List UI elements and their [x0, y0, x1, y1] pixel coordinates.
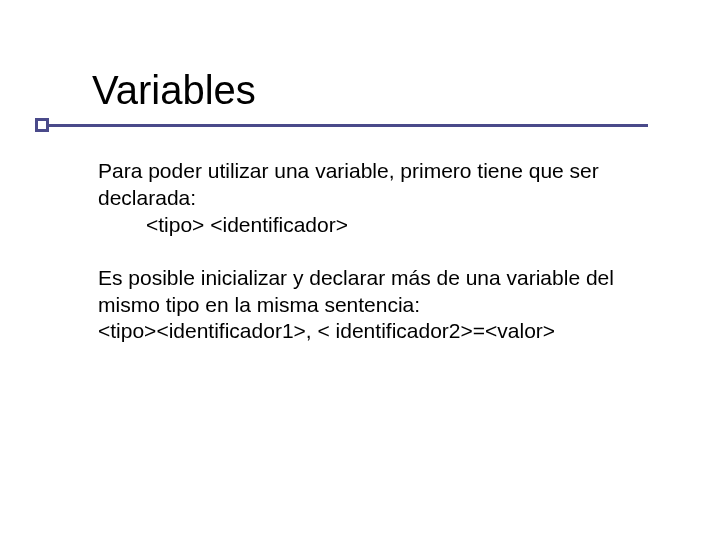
slide: Variables Para poder utilizar una variab…: [0, 0, 720, 540]
slide-title: Variables: [92, 68, 256, 112]
title-underline: [38, 124, 648, 127]
p1-syntax: <tipo> <identificador>: [98, 213, 348, 236]
p2-line: Es posible inicializar y declarar más de…: [98, 266, 614, 316]
paragraph-1: Para poder utilizar una variable, primer…: [98, 158, 658, 239]
body-text: Para poder utilizar una variable, primer…: [98, 158, 658, 371]
p2-syntax: <tipo><identificador1>, < identificador2…: [98, 319, 555, 342]
p1-line: Para poder utilizar una variable, primer…: [98, 159, 599, 209]
paragraph-2: Es posible inicializar y declarar más de…: [98, 265, 658, 346]
title-wrap: Variables: [92, 68, 256, 112]
